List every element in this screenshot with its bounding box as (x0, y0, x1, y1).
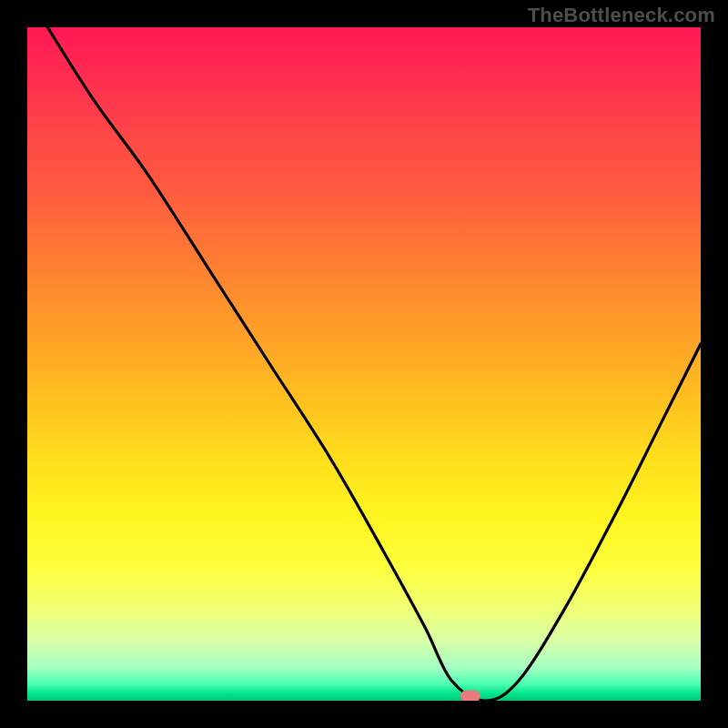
plot-area (27, 27, 701, 701)
watermark-text: TheBottleneck.com (528, 4, 715, 27)
curve-path (47, 27, 701, 701)
optimal-point-marker (460, 690, 480, 701)
chart-frame: TheBottleneck.com (0, 0, 728, 728)
bottleneck-curve (27, 27, 701, 701)
